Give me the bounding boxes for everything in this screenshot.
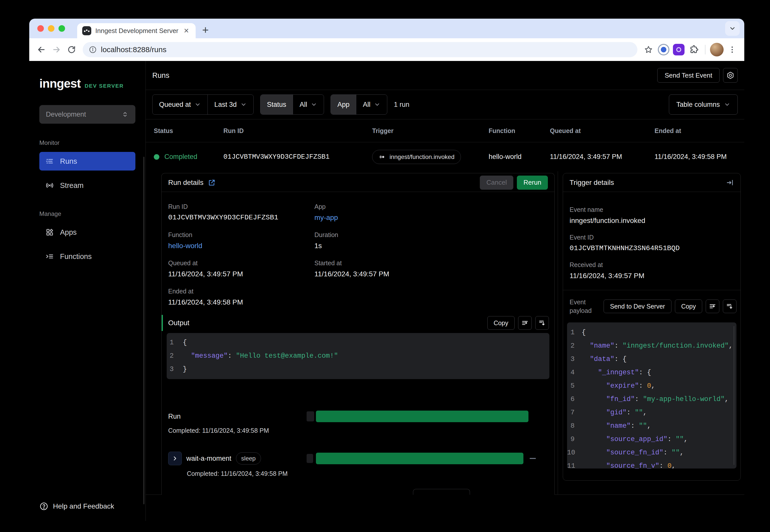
address-bar[interactable]: localhost:8288/runs (83, 42, 637, 57)
sidebar-item-runs[interactable]: Runs (39, 152, 135, 171)
logo-row: inngest DEV SERVER (39, 77, 135, 90)
collapse-panel-icon[interactable] (726, 179, 734, 187)
word-wrap-icon (709, 303, 716, 310)
scroll-down-lines-icon (538, 319, 546, 327)
word-wrap-icon (521, 319, 529, 327)
browser-tab[interactable]: Inngest Development Server ✕ (77, 23, 196, 38)
environment-select[interactable]: Development (39, 105, 135, 124)
sidebar-section-monitor: Monitor (39, 139, 135, 146)
page-header: Runs Send Test Event (146, 61, 744, 90)
filter-bar: Queued at Last 3d Status All (146, 90, 744, 119)
table-row[interactable]: Completed 01JCVBTMV3WXY9D3CFDEJFZSB1 inn… (146, 142, 744, 171)
run-count: 1 run (394, 101, 409, 109)
timeline-run-bar[interactable] (316, 411, 528, 422)
app-link[interactable]: my-app (314, 214, 548, 222)
reload-button[interactable] (65, 43, 78, 56)
word-wrap-button[interactable] (706, 300, 719, 313)
copy-payload-button[interactable]: Copy (675, 300, 702, 313)
run-details-header: Run details Cancel Rerun (161, 173, 554, 192)
word-wrap-button[interactable] (518, 316, 532, 330)
chevron-right-icon (172, 455, 178, 462)
page-title: Runs (152, 71, 169, 80)
field-event-id: Event ID 01JCVBTMTKNHNHZ3SN64R51BQD (569, 234, 734, 252)
timeline-step-bar[interactable] (316, 453, 523, 464)
chevron-down-icon (240, 101, 247, 108)
browser-toolbar: localhost:8288/runs (29, 38, 744, 61)
sidebar-item-stream[interactable]: Stream (39, 176, 135, 195)
password-manager-icon (658, 44, 669, 55)
status-filter-value[interactable]: All (293, 95, 324, 114)
maximize-window-button[interactable] (58, 25, 65, 32)
field-received-at: Received at 11/16/2024, 3:49:57 PM (569, 261, 734, 280)
scroll-to-bottom-button[interactable] (723, 300, 736, 313)
minimize-window-button[interactable] (48, 25, 54, 32)
scroll-to-bottom-button[interactable] (535, 316, 549, 330)
column-header-run-id: Run ID (224, 127, 372, 135)
browser-tab-strip: Inngest Development Server ✕ + (29, 19, 744, 38)
function-cell: hello-world (489, 153, 550, 161)
payload-scrollbar[interactable] (733, 326, 734, 465)
stream-broadcast-icon (45, 181, 54, 190)
rerun-button[interactable]: Rerun (517, 176, 548, 190)
close-window-button[interactable] (37, 25, 44, 32)
browser-menu-button[interactable] (726, 43, 739, 56)
extension-app-icon (673, 44, 685, 55)
clipped-bottom-button[interactable] (413, 489, 470, 495)
inngest-favicon-icon (82, 26, 91, 35)
help-and-feedback[interactable]: Help and Feedback (39, 502, 114, 511)
cancel-run-button[interactable]: Cancel (480, 176, 513, 190)
forward-button[interactable] (50, 43, 63, 56)
tab-title: Inngest Development Server (95, 27, 182, 35)
app-filter-value[interactable]: All (356, 95, 387, 114)
chevron-updown-icon (121, 111, 129, 118)
sidebar-scrollbar[interactable] (143, 157, 144, 504)
tab-search-chevron-button[interactable] (725, 21, 740, 36)
profile-avatar[interactable] (710, 43, 724, 56)
copy-output-button[interactable]: Copy (487, 316, 514, 330)
apps-grid-icon (45, 228, 54, 237)
scroll-down-lines-icon (726, 303, 733, 310)
send-to-dev-server-button[interactable]: Send to Dev Server (604, 300, 671, 313)
field-app: App my-app (314, 203, 548, 222)
trigger-cell: inngest/function.invoked (372, 150, 489, 164)
trigger-event-name: inngest/function.invoked (390, 153, 455, 160)
close-tab-icon[interactable]: ✕ (182, 26, 190, 36)
send-test-event-button[interactable]: Send Test Event (657, 68, 720, 83)
extensions-button[interactable] (687, 43, 700, 56)
sidebar-item-functions[interactable]: Functions (39, 247, 135, 266)
purple-extension-button[interactable] (672, 43, 685, 56)
time-filter-group: Queued at Last 3d (152, 94, 254, 115)
field-queued-at: Queued at 11/16/2024, 3:49:57 PM (168, 259, 314, 278)
run-timeline: Run Completed: 11/16/2024, 3:49:58 PM wa… (161, 409, 554, 477)
status-dot-icon (154, 154, 159, 160)
column-header-queued-at: Queued at (550, 127, 655, 135)
output-code-block[interactable]: 1{2 "message": "Hello test@example.com!"… (167, 333, 549, 379)
output-accent-bar (161, 315, 163, 331)
timeline-step-end-tick (530, 458, 536, 459)
run-detail-section: Run details Cancel Rerun Run ID 01JCVBTM… (146, 171, 744, 495)
password-manager-extension-button[interactable] (657, 43, 670, 56)
bookmark-button[interactable] (642, 43, 655, 56)
settings-button[interactable] (723, 68, 738, 83)
expand-step-button[interactable] (168, 452, 182, 465)
function-link[interactable]: hello-world (168, 242, 314, 250)
event-payload-code-block[interactable]: 1{2 "name": "inngest/function.invoked",3… (567, 322, 736, 469)
sidebar-item-apps[interactable]: Apps (39, 223, 135, 242)
event-broadcast-icon (378, 153, 386, 161)
time-range-filter[interactable]: Last 3d (208, 95, 254, 114)
external-link-icon[interactable] (208, 179, 216, 186)
chevron-down-icon (374, 101, 380, 108)
help-label: Help and Feedback (53, 502, 114, 510)
back-button[interactable] (35, 43, 48, 56)
table-columns-button[interactable]: Table columns (669, 94, 738, 115)
dev-server-badge: DEV SERVER (85, 83, 124, 89)
site-info-icon[interactable] (89, 46, 97, 54)
new-tab-button[interactable]: + (202, 24, 209, 36)
inngest-logo: inngest (39, 77, 81, 90)
time-field-filter[interactable]: Queued at (152, 95, 208, 114)
field-ended-at: Ended at 11/16/2024, 3:49:58 PM (168, 288, 314, 306)
status-text: Completed (164, 153, 198, 161)
run-id-cell: 01JCVBTMV3WXY9D3CFDEJFZSB1 (224, 153, 372, 161)
timeline-step-completed: Completed: 11/16/2024, 3:49:58 PM (187, 470, 548, 477)
trigger-event-badge[interactable]: inngest/function.invoked (372, 150, 461, 164)
